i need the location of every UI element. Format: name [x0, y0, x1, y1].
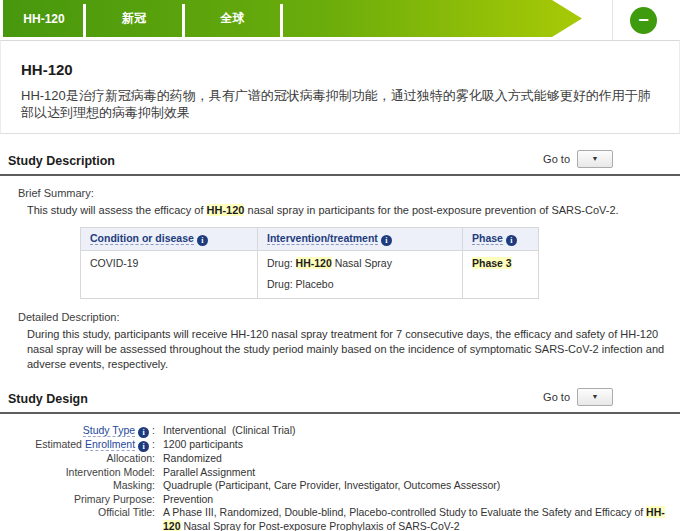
condition-cell: COVID-19: [81, 251, 258, 299]
intervention-line: Drug: HH-120 Nasal Spray: [267, 257, 453, 269]
segment-label: 全球: [221, 10, 245, 27]
field-value: Quadruple (Participant, Care Provider, I…: [163, 479, 675, 493]
summary-pre: This study will assess the efficacy of: [27, 204, 207, 216]
field-label: Allocation:: [0, 452, 155, 466]
chevron-down-icon: ▼: [592, 393, 599, 400]
colon: :: [152, 438, 155, 450]
field-label: Masking:: [0, 479, 155, 493]
field-value: Parallel Assignment: [163, 466, 675, 480]
breadcrumb-segment-global[interactable]: 全球: [185, 0, 280, 37]
field-value: Randomized: [163, 452, 675, 466]
drug-title: HH-120: [21, 61, 659, 78]
breadcrumb-bar: HH-120 新冠 全球 −: [0, 0, 680, 40]
info-icon[interactable]: i: [138, 427, 149, 438]
design-row-official-title: Official Title: A Phase III, Randomized,…: [0, 506, 680, 531]
brief-summary-text: This study will assess the efficacy of H…: [27, 203, 672, 218]
study-design-section: Study Design Go to ▼ Study Typei: Interv…: [0, 384, 680, 531]
design-row-intervention-model: Intervention Model: Parallel Assignment: [0, 466, 680, 480]
field-label: Primary Purpose:: [0, 493, 155, 507]
drug-description: HH-120是治疗新冠病毒的药物，具有广谱的冠状病毒抑制功能，通过独特的雾化吸入…: [21, 87, 659, 121]
study-description-section: Study Description Go to ▼ Brief Summary:…: [0, 146, 680, 372]
segment-label: 新冠: [122, 10, 146, 27]
summary-post: nasal spray in participants for the post…: [244, 204, 618, 216]
highlighted-term: HH-120: [296, 257, 332, 269]
collapse-button[interactable]: −: [630, 7, 657, 34]
col-header-phase: Phasei: [463, 228, 539, 251]
drug-pre: Drug:: [267, 257, 296, 269]
section-title-study-design: Study Design: [8, 392, 88, 406]
phase-header-link[interactable]: Phase: [472, 232, 503, 245]
field-label: Intervention Model:: [0, 466, 155, 480]
drug-pre: Drug: Placebo: [267, 278, 334, 290]
brief-summary-label: Brief Summary:: [18, 187, 672, 199]
label-text: Allocation:: [107, 452, 155, 464]
phase-badge: Phase 3: [472, 257, 512, 269]
table-header-row: Condition or diseasei Intervention/treat…: [81, 228, 539, 251]
info-icon[interactable]: i: [381, 235, 392, 246]
design-field-list: Study Typei: Interventional (Clinical Tr…: [0, 414, 680, 531]
intervention-line: Drug: Placebo: [267, 278, 453, 290]
condition-header-link[interactable]: Condition or disease: [90, 232, 194, 245]
goto-dropdown[interactable]: ▼: [577, 388, 613, 406]
label-text: Official Title:: [98, 506, 155, 518]
label-text: Masking:: [113, 479, 155, 491]
section-body: Brief Summary: This study will assess th…: [0, 176, 680, 372]
design-row-allocation: Allocation: Randomized: [0, 452, 680, 466]
label-text: Intervention Model:: [66, 466, 155, 478]
goto-label: Go to: [543, 391, 570, 403]
table-row: COVID-19 Drug: HH-120 Nasal Spray Drug: …: [81, 251, 539, 299]
info-icon[interactable]: i: [506, 235, 517, 246]
chevron-down-icon: ▼: [592, 155, 599, 162]
condition-table: Condition or diseasei Intervention/treat…: [80, 227, 539, 299]
design-row-enrollment: Estimated Enrollmenti: 1200 participants: [0, 438, 680, 452]
section-header: Study Description Go to ▼: [0, 146, 680, 176]
detailed-description-label: Detailed Description:: [18, 311, 672, 323]
highlighted-term: HH-120: [207, 204, 245, 216]
segment-label: HH-120: [23, 12, 64, 26]
section-title-study-description: Study Description: [8, 154, 115, 168]
section-header: Study Design Go to ▼: [0, 384, 680, 414]
goto-dropdown[interactable]: ▼: [577, 150, 613, 168]
design-row-primary-purpose: Primary Purpose: Prevention: [0, 493, 680, 507]
info-icon[interactable]: i: [138, 441, 149, 452]
field-value: Prevention: [163, 493, 675, 507]
enrollment-link[interactable]: Enrollment: [85, 438, 135, 451]
label-prefix: Estimated: [35, 438, 85, 450]
title-pre: A Phase III, Randomized, Double-blind, P…: [163, 506, 646, 518]
intervention-header-link[interactable]: Intervention/treatment: [267, 232, 378, 245]
intervention-cell: Drug: HH-120 Nasal Spray Drug: Placebo: [258, 251, 463, 299]
minus-icon: −: [638, 10, 649, 30]
detailed-description-text: During this study, participants will rec…: [27, 327, 672, 372]
study-type-link[interactable]: Study Type: [83, 424, 135, 437]
colon: :: [152, 424, 155, 436]
label-text: Primary Purpose:: [74, 493, 155, 505]
breadcrumb-segment-covid[interactable]: 新冠: [86, 0, 182, 37]
drug-post: Nasal Spray: [332, 257, 392, 269]
design-row-masking: Masking: Quadruple (Participant, Care Pr…: [0, 479, 680, 493]
goto-label: Go to: [543, 153, 570, 165]
breadcrumb-segment-hh120[interactable]: HH-120: [5, 0, 83, 37]
field-label: Study Typei:: [0, 424, 155, 438]
col-header-intervention: Intervention/treatmenti: [258, 228, 463, 251]
field-value: 1200 participants: [163, 438, 675, 452]
col-header-condition: Condition or diseasei: [81, 228, 258, 251]
field-label: Official Title:: [0, 506, 155, 531]
field-value: Interventional (Clinical Trial): [163, 424, 675, 438]
info-icon[interactable]: i: [197, 235, 208, 246]
design-row-study-type: Study Typei: Interventional (Clinical Tr…: [0, 424, 680, 438]
drug-card: HH-120 HH-120是治疗新冠病毒的药物，具有广谱的冠状病毒抑制功能，通过…: [0, 40, 680, 134]
goto-control: Go to ▼: [543, 388, 613, 406]
title-post: Nasal Spray for Post-exposure Prophylaxi…: [181, 520, 460, 531]
topbar-divider: [612, 0, 613, 40]
phase-cell: Phase 3: [463, 251, 539, 299]
goto-control: Go to ▼: [543, 150, 613, 168]
segment-divider: [280, 4, 283, 37]
breadcrumb-arrow: HH-120 新冠 全球: [3, 0, 582, 37]
field-value: A Phase III, Randomized, Double-blind, P…: [163, 506, 675, 531]
field-label: Estimated Enrollmenti:: [0, 438, 155, 452]
